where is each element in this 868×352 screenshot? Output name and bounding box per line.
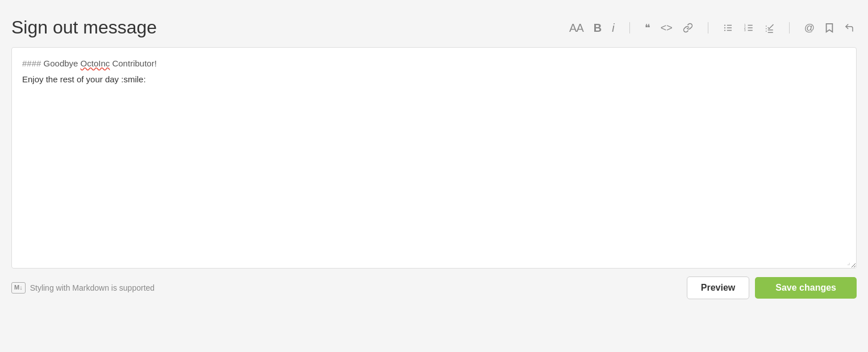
toolbar-group-lists: 1 2 3 (721, 22, 777, 34)
quote-btn[interactable]: ❝ (642, 22, 653, 34)
bookmark-btn[interactable] (823, 22, 836, 34)
bold-btn[interactable]: B (591, 21, 604, 35)
footer-row: M↓ Styling with Markdown is supported Pr… (11, 276, 857, 299)
save-changes-button[interactable]: Save changes (755, 277, 857, 299)
numbered-list-btn[interactable]: 1 2 3 (741, 22, 756, 34)
header-row: Sign out message AA B i ❝ <> (11, 17, 857, 38)
font-size-btn[interactable]: AA (567, 21, 586, 35)
misspelled-word: OctoInc (81, 58, 110, 68)
page-title: Sign out message (11, 17, 157, 38)
preview-button[interactable]: Preview (687, 276, 749, 299)
undo-btn[interactable] (842, 22, 857, 34)
svg-text:3: 3 (744, 28, 745, 32)
editor-line1-text: Goodbye (41, 58, 80, 68)
footer-buttons: Preview Save changes (687, 276, 857, 299)
toolbar-group-text: AA B i (567, 21, 617, 35)
markdown-icon: M↓ (11, 282, 26, 293)
toolbar-sep-1 (629, 22, 630, 33)
editor-line1-end: Contributor! (110, 58, 157, 68)
markdown-hint-text: Styling with Markdown is supported (30, 283, 155, 292)
resize-handle[interactable]: ⌟ (847, 259, 854, 266)
editor-line-1: #### Goodbye OctoInc Contributor! (22, 57, 846, 70)
mention-btn[interactable]: @ (802, 22, 817, 34)
hash-marks: #### (22, 58, 41, 68)
toolbar: AA B i ❝ <> (567, 21, 857, 35)
markdown-hint: M↓ Styling with Markdown is supported (11, 282, 155, 293)
page-container: Sign out message AA B i ❝ <> (11, 17, 857, 299)
toolbar-sep-3 (789, 22, 790, 33)
italic-btn[interactable]: i (610, 21, 616, 35)
svg-point-5 (724, 30, 725, 31)
toolbar-group-format: ❝ <> (642, 22, 695, 34)
bullet-list-btn[interactable] (721, 22, 736, 34)
editor-content[interactable]: #### Goodbye OctoInc Contributor! Enjoy … (22, 57, 846, 255)
svg-point-3 (724, 24, 725, 26)
code-btn[interactable]: <> (658, 22, 675, 34)
link-btn[interactable] (681, 22, 695, 34)
editor-wrapper[interactable]: #### Goodbye OctoInc Contributor! Enjoy … (11, 47, 857, 269)
toolbar-group-misc: @ (802, 22, 857, 34)
svg-point-4 (724, 27, 725, 28)
editor-line-2: Enjoy the rest of your day :smile: (22, 73, 846, 86)
toolbar-sep-2 (708, 22, 708, 33)
task-list-btn[interactable] (762, 22, 777, 34)
